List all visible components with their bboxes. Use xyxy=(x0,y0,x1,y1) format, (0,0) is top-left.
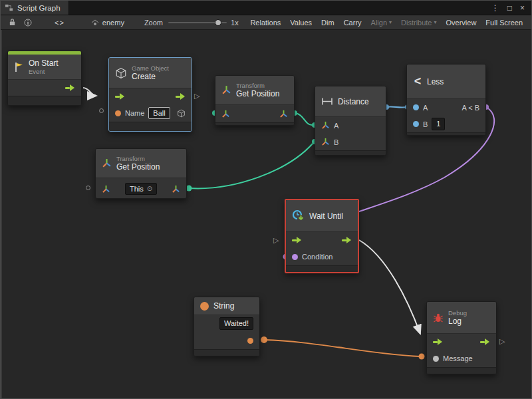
position-output-port[interactable] xyxy=(279,110,288,118)
transform-input-port[interactable] xyxy=(102,185,110,194)
node-footer xyxy=(8,96,81,105)
node-get-position-self[interactable]: Transform Get Position This ⊙ xyxy=(95,148,187,199)
node-footer xyxy=(427,367,496,374)
flag-icon xyxy=(14,62,24,72)
titlebar: Script Graph ⋮ □ × xyxy=(1,1,531,15)
string-output-port[interactable] xyxy=(247,338,253,344)
script-graph-icon xyxy=(5,3,13,12)
wire-onstart-to-create[interactable] xyxy=(83,88,96,96)
node-category: Transform xyxy=(236,82,279,89)
node-footer xyxy=(215,122,294,125)
node-string-literal[interactable]: String Waited! xyxy=(194,297,260,356)
flow-input-port[interactable] xyxy=(292,237,302,243)
flow-output-port[interactable] xyxy=(65,84,75,91)
node-header: Debug Log xyxy=(427,302,496,334)
flow-input-port[interactable] xyxy=(115,93,125,100)
name-input-port[interactable] xyxy=(115,110,121,116)
values-button[interactable]: Values xyxy=(285,19,317,27)
wire-string-to-message[interactable] xyxy=(264,340,420,356)
overview-button[interactable]: Overview xyxy=(442,19,481,27)
message-input-port[interactable] xyxy=(433,356,439,362)
vector-a-input-port[interactable] xyxy=(321,121,330,130)
node-create-game-object[interactable]: Game Object Create Name Ball xyxy=(108,57,192,132)
wire-distance-to-less[interactable] xyxy=(386,106,406,107)
port-label: B xyxy=(423,120,428,128)
zoom-slider[interactable] xyxy=(168,19,227,27)
node-wait-until[interactable]: Wait Until Condition xyxy=(285,199,359,273)
wire-getposition-to-distance-b[interactable] xyxy=(189,144,313,188)
vector-b-input-port[interactable] xyxy=(321,138,330,146)
node-title: Get Position xyxy=(116,162,160,172)
flow-output-port[interactable] xyxy=(480,338,490,345)
node-header: < Less xyxy=(407,65,485,99)
port-label: B xyxy=(334,138,338,146)
target-value: This xyxy=(130,184,144,194)
align-dropdown[interactable]: Align ▾ xyxy=(366,19,396,27)
toolbar: <> enemy Zoom 1x Relations Values Dim Ca… xyxy=(1,15,531,30)
graph-reference[interactable]: enemy xyxy=(91,19,124,27)
port-label: Message xyxy=(443,354,473,362)
condition-input-port[interactable] xyxy=(292,254,298,260)
port-label: Condition xyxy=(302,253,332,261)
transform-axes-icon xyxy=(102,158,112,168)
node-footer xyxy=(194,349,259,356)
object-picker-icon[interactable]: ⊙ xyxy=(147,186,152,192)
transform-input-port[interactable] xyxy=(221,110,230,118)
carry-button[interactable]: Carry xyxy=(339,19,366,27)
maximize-icon[interactable]: □ xyxy=(507,4,512,12)
dim-button[interactable]: Dim xyxy=(317,19,339,27)
node-debug-log[interactable]: Debug Log Message xyxy=(426,301,497,374)
node-get-position-top[interactable]: Transform Get Position xyxy=(215,75,295,126)
node-title: Distance xyxy=(338,97,369,106)
fullscreen-button[interactable]: Full Screen xyxy=(481,19,527,27)
b-value-field[interactable]: 1 xyxy=(432,118,445,130)
relations-button[interactable]: Relations xyxy=(245,19,285,27)
info-icon[interactable] xyxy=(20,19,36,27)
close-icon[interactable]: × xyxy=(520,4,525,12)
port-dot-string-out[interactable] xyxy=(261,336,267,343)
target-field[interactable]: This ⊙ xyxy=(125,183,157,195)
node-header: Game Object Create xyxy=(109,58,192,88)
menu-icon[interactable]: ⋮ xyxy=(491,4,499,12)
wire-getposition-to-distance-a[interactable] xyxy=(295,113,312,125)
lock-icon[interactable] xyxy=(5,18,20,27)
align-label: Align xyxy=(371,19,387,27)
flow-output-indicator[interactable]: ▷ xyxy=(499,338,505,345)
cube-icon xyxy=(115,67,127,79)
chevron-down-icon: ▾ xyxy=(389,20,392,25)
zoom-label: Zoom xyxy=(144,19,163,27)
name-field[interactable]: Ball xyxy=(148,107,170,119)
b-input-port[interactable] xyxy=(413,121,419,127)
node-title: On Start xyxy=(29,59,59,68)
zoom-slider-handle[interactable] xyxy=(215,19,221,26)
flow-output-port[interactable] xyxy=(176,93,186,100)
comparison-output-label: A < B xyxy=(462,104,479,112)
flow-input-port[interactable] xyxy=(433,338,443,345)
flow-output-indicator[interactable]: ▷ xyxy=(194,92,200,100)
graph-asset-icon xyxy=(91,19,99,26)
port-label: A xyxy=(334,122,338,130)
node-distance[interactable]: Distance A B xyxy=(315,86,386,156)
game-object-output-port[interactable] xyxy=(177,109,186,118)
value-input-indicator[interactable] xyxy=(99,108,104,113)
graph-canvas[interactable]: On Start Event Game Object Create xyxy=(1,30,532,399)
node-on-start[interactable]: On Start Event xyxy=(7,51,82,106)
distribute-label: Distribute xyxy=(401,19,432,27)
node-footer xyxy=(315,150,386,155)
code-view-button[interactable]: <> xyxy=(45,19,74,27)
node-less[interactable]: < Less A A < B B 1 xyxy=(406,64,486,136)
node-category: Transform xyxy=(116,155,160,162)
string-value-field[interactable]: Waited! xyxy=(219,317,253,329)
port-dot-log-message[interactable] xyxy=(419,354,425,360)
flow-input-indicator[interactable]: ▷ xyxy=(273,237,279,244)
node-header: String xyxy=(194,297,259,315)
node-header: Distance xyxy=(315,86,386,117)
a-input-port[interactable] xyxy=(413,104,419,110)
wire-wait-to-log[interactable] xyxy=(359,240,420,334)
tab-script-graph[interactable]: Script Graph xyxy=(1,1,69,15)
distribute-dropdown[interactable]: Distribute ▾ xyxy=(396,19,441,27)
wait-clock-icon xyxy=(292,209,305,222)
flow-output-port[interactable] xyxy=(342,237,352,243)
position-output-port[interactable] xyxy=(172,185,180,194)
value-input-indicator[interactable] xyxy=(86,186,90,190)
